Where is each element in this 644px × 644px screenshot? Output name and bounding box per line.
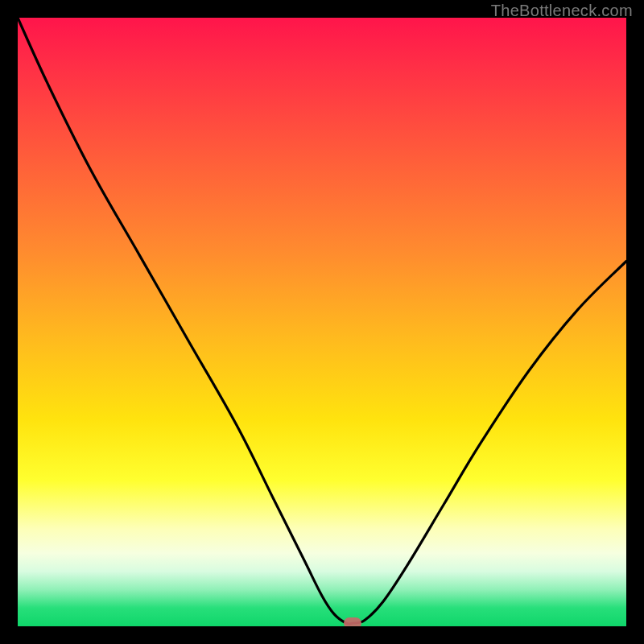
plot-area xyxy=(18,18,626,626)
bottleneck-curve xyxy=(18,18,626,626)
optimum-marker xyxy=(344,617,361,626)
watermark-text: TheBottleneck.com xyxy=(491,2,633,20)
curve-path xyxy=(18,18,626,624)
chart-frame: TheBottleneck.com xyxy=(0,0,644,644)
